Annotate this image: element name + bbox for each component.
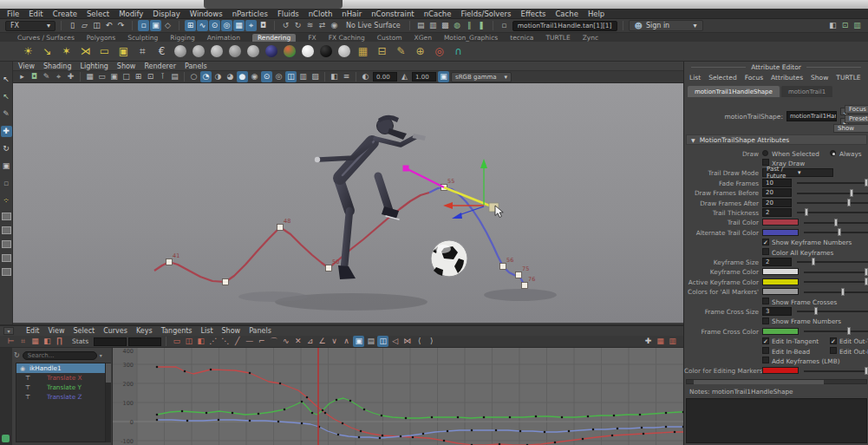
slider-colors-for-all-markers[interactable] [804,291,868,293]
panel-menu-icon[interactable]: ▾ [3,327,14,335]
blinn-icon[interactable] [211,45,223,57]
keyframe-dot[interactable] [400,435,402,438]
menu-nhair[interactable]: nHair [342,10,362,18]
tree-item-translate-y[interactable]: ⊤Translate Y [16,383,105,392]
move-tool-icon[interactable]: ✚ [1,126,12,137]
gate-mask-icon[interactable]: ◎ [273,71,284,82]
paint-effects-icon[interactable]: ◍ [452,20,463,31]
shelf-tab-custom[interactable]: Custom [377,34,402,42]
graph-menu-keys[interactable]: Keys [136,327,153,335]
ipr-render-icon[interactable]: ▥ [427,20,439,31]
checkbox-edit-in-bead[interactable] [762,347,769,354]
image-plane-icon[interactable]: ✚ [65,71,76,82]
keyframe-dot[interactable] [349,400,352,402]
keyframe-dot[interactable] [554,442,557,444]
outliner-toggle-icon[interactable]: ▥ [852,20,863,31]
menu-modify[interactable]: Modify [119,10,143,18]
linear-tangent-icon[interactable]: ╱ [232,336,243,347]
slider-handle[interactable] [805,208,808,216]
shelf-tab-xgen[interactable]: XGen [414,34,432,42]
snap-view-plane-icon[interactable]: ▦ [233,20,245,31]
arch-icon[interactable]: ∩ [451,44,466,59]
auto-tangent-icon[interactable]: ∿ [280,336,291,347]
keyframe-dot[interactable] [457,416,460,419]
ae-focus-button[interactable]: Focus [845,105,868,114]
custom-tool-icon[interactable]: ⁘ [1,195,12,206]
shelf-tab-turtle[interactable]: TURTLE [545,34,570,42]
ae-presets-button[interactable]: Presets [845,115,868,123]
camera-box2-icon[interactable]: ▥ [667,336,678,347]
shaded-icon[interactable]: ▭ [96,71,108,82]
keyframe-dot[interactable] [360,430,362,433]
radio-when-selected[interactable] [762,150,768,156]
value-field-draw-frames-before[interactable]: 20 [762,188,792,197]
keyframe-dot[interactable] [156,366,159,369]
film-gate-icon[interactable]: ◉ [249,71,260,82]
keyframe-dot[interactable] [519,430,522,433]
trail-keyframe[interactable] [516,272,522,278]
trail-keyframe[interactable] [500,264,506,270]
color-management-icon[interactable]: ▣ [438,71,449,82]
slider-handle[interactable] [814,307,818,315]
shelf-tab-fx-caching[interactable]: FX Caching [329,34,365,42]
shading-map-icon[interactable] [338,45,350,57]
ambient-light-icon[interactable]: ☀ [21,44,36,59]
break-tangents-icon[interactable]: ⊿ [304,336,316,347]
undo-icon[interactable]: ↶ [103,20,114,31]
keyframe-dot[interactable] [643,433,645,435]
keyframe-dot[interactable] [412,436,414,439]
region-tool-icon[interactable]: ◧ [42,336,53,347]
layered-shader-icon[interactable] [265,45,277,57]
keyframe-dot[interactable] [186,420,189,422]
slider-handle[interactable] [812,258,815,265]
slider-alternate-trail-color[interactable] [804,232,868,233]
keyframe-dot[interactable] [206,412,208,415]
snap-point-icon[interactable]: ⊙ [209,20,220,31]
shelf-tab-polygons[interactable]: Polygons [87,34,115,42]
field-chart-icon[interactable]: ◫ [285,71,297,82]
menu-windows[interactable]: Windows [190,10,223,18]
pan-zoom-icon[interactable]: ✚ [643,336,654,347]
scrollbar-thumb[interactable] [106,363,111,383]
new-scene-icon[interactable]: ▯ [67,20,78,31]
shelf-tab-motion-graphics[interactable]: Motion_Graphics [444,34,498,42]
graph-menu-curves[interactable]: Curves [103,327,127,335]
open-scene-icon[interactable]: ▱ [79,20,90,31]
ae-menu-list[interactable]: List [689,74,701,82]
auto-load-icon[interactable]: ▣ [353,336,364,347]
paint-select-tool-icon[interactable]: ✎ [1,108,12,120]
free-tangent-weight-icon[interactable]: ∨ [329,336,340,347]
menu-select[interactable]: Select [87,10,109,18]
gamma-icon[interactable]: ◭ [399,71,410,82]
unify-tangents-icon[interactable]: ∠ [317,336,328,347]
motion-blur-icon[interactable]: ⊺ [157,71,168,82]
horizontal-scrollbar[interactable] [686,379,867,384]
isolate-select-icon[interactable]: ○ [188,71,199,82]
keyframe-dot[interactable] [639,414,642,416]
value-field-keyframe-size[interactable]: 2 [762,258,792,266]
graph-menu-panels[interactable]: Panels [249,327,271,335]
keyframe-dot[interactable] [277,421,280,423]
select-hierarchy-icon[interactable]: ▫ [138,20,149,31]
keyframe-dot[interactable] [156,419,159,422]
trail-keyframe[interactable] [326,265,332,272]
ae-menu-attributes[interactable]: Attributes [771,74,803,82]
keyframe-dot[interactable] [483,416,486,419]
standard-surface-icon[interactable] [174,45,186,57]
trail-keyframe[interactable] [166,259,173,265]
pin-icon[interactable]: ⊤ [25,375,32,382]
motiontrailshape-section-header[interactable]: ▼MotionTrailShape Attributes [686,134,867,145]
radio-always[interactable] [830,150,836,156]
lambert-icon[interactable] [229,45,241,57]
dropdown-trail-draw-mode[interactable]: Past / Future▾ [762,168,833,177]
ae-show-button[interactable]: Show [833,124,868,133]
output-connections-icon[interactable]: ↻ [292,20,303,31]
outliner-scrollbar[interactable] [106,363,111,442]
hud-icon[interactable]: ◧ [329,71,340,82]
checkbox-xray-draw[interactable] [762,159,769,166]
keyframe-dot[interactable] [324,412,327,415]
keyframe-dot[interactable] [358,436,361,439]
stats-value-field[interactable] [128,337,161,346]
keyframe-dot[interactable] [337,434,340,436]
slider-handle[interactable] [841,288,845,296]
